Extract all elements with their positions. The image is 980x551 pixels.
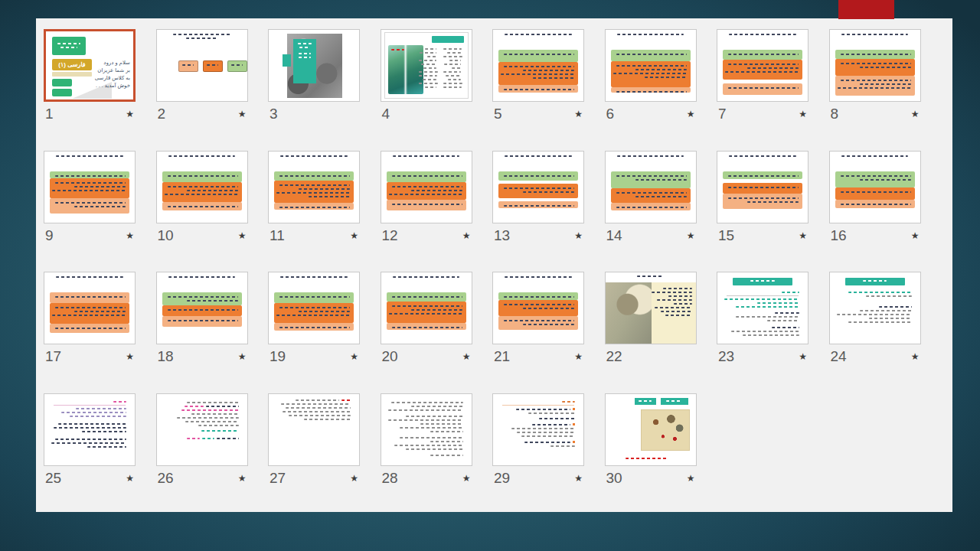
text-line: [177, 417, 239, 419]
animation-star-icon[interactable]: ★: [911, 351, 923, 362]
animation-star-icon[interactable]: ★: [462, 473, 474, 484]
slide-thumbnail-23[interactable]: [717, 272, 808, 344]
content-band-salmon: [498, 316, 578, 330]
slide-thumbnail-26[interactable]: [156, 393, 248, 466]
text-line: [617, 34, 684, 35]
animation-star-icon[interactable]: ★: [126, 473, 137, 484]
slide-thumbnail-24[interactable]: [829, 272, 921, 344]
text-line: [341, 399, 351, 401]
slide-thumbnail-13[interactable]: [492, 151, 584, 223]
slide-thumbnail-20[interactable]: [381, 272, 472, 344]
content-band-orange: [498, 300, 578, 316]
animation-star-icon[interactable]: ★: [574, 473, 586, 484]
teal-tab-right: [661, 398, 688, 405]
slide-thumbnail-10[interactable]: [156, 151, 248, 223]
text-line: [276, 315, 350, 316]
text-line: [279, 184, 350, 186]
slide-thumbnail-11[interactable]: [268, 151, 360, 223]
animation-star-icon[interactable]: ★: [350, 230, 361, 241]
text-line: [299, 53, 312, 54]
slide-thumbnail-8[interactable]: [829, 29, 921, 102]
text-line: [725, 71, 799, 73]
text-line: [283, 411, 351, 412]
text-line: [425, 48, 436, 50]
text-line: [299, 57, 312, 58]
animation-star-icon[interactable]: ★: [126, 230, 137, 241]
animation-star-icon[interactable]: ★: [911, 230, 923, 241]
slide-number: 30: [605, 470, 622, 487]
slide-thumbnail-19[interactable]: [268, 272, 360, 344]
animation-star-icon[interactable]: ★: [799, 230, 810, 241]
slide-thumbnail-12[interactable]: [381, 151, 472, 223]
text-line: [113, 401, 126, 403]
slide-thumbnail-7[interactable]: [717, 29, 808, 102]
slide-thumbnail-6[interactable]: [605, 29, 697, 102]
animation-star-icon[interactable]: ★: [462, 351, 474, 362]
animation-star-icon[interactable]: ★: [462, 230, 474, 241]
slide-thumbnail-4[interactable]: [381, 29, 472, 102]
slide-thumbnail-3[interactable]: [268, 29, 360, 102]
text-line: [635, 69, 687, 70]
slide-thumbnail-29[interactable]: [492, 393, 584, 466]
text-line: [201, 430, 239, 432]
animation-star-icon[interactable]: ★: [799, 351, 810, 362]
content-band-orange: [274, 181, 354, 203]
text-line: [616, 192, 687, 194]
animation-star-icon[interactable]: ★: [238, 351, 250, 362]
slide-number: 23: [717, 348, 734, 365]
text-line: [55, 202, 126, 204]
text-line: [299, 47, 309, 48]
slide-thumbnail-30[interactable]: [605, 393, 697, 466]
animation-star-icon[interactable]: ★: [574, 230, 586, 241]
animation-star-icon[interactable]: ★: [911, 109, 923, 119]
slide-thumbnail-9[interactable]: [44, 151, 136, 223]
slide-number: 18: [156, 348, 174, 365]
content-band-green: [274, 292, 354, 303]
animation-star-icon[interactable]: ★: [126, 109, 137, 119]
text-line: [504, 54, 574, 55]
text-line: [304, 419, 351, 420]
slide-thumbnail-2[interactable]: [156, 29, 248, 102]
slide-number: 24: [829, 348, 847, 365]
slide-thumbnail-1[interactable]: فارسی (۱) سلام و درود بر شما عزیزان به ک…: [44, 29, 136, 102]
text-line: [443, 71, 462, 73]
slide-number: 19: [268, 348, 286, 365]
slide-number: 10: [156, 227, 174, 244]
slide-thumbnail-17[interactable]: [44, 272, 136, 344]
text-line: [206, 406, 238, 407]
content-band-salmon: [50, 324, 129, 333]
animation-star-icon[interactable]: ★: [238, 109, 250, 119]
slide-thumbnail-28[interactable]: [381, 393, 472, 466]
animation-star-icon[interactable]: ★: [238, 230, 250, 241]
animation-star-icon[interactable]: ★: [687, 473, 698, 484]
animation-star-icon[interactable]: ★: [126, 351, 137, 362]
slide-thumbnail-14[interactable]: [605, 151, 697, 223]
slide-thumbnail-21[interactable]: [492, 272, 584, 344]
slide-thumbnail-16[interactable]: [829, 151, 921, 223]
text-line: [728, 54, 799, 55]
teal-header-bar: [845, 278, 905, 285]
animation-star-icon[interactable]: ★: [687, 230, 698, 241]
animation-star-icon[interactable]: ★: [574, 351, 586, 362]
animation-star-icon[interactable]: ★: [350, 473, 361, 484]
text-line: [539, 418, 575, 419]
text-line: [757, 302, 799, 304]
text-line: [87, 446, 126, 448]
animation-star-icon[interactable]: ★: [574, 109, 586, 119]
slide-thumbnail-25[interactable]: [44, 393, 136, 466]
animation-star-icon[interactable]: ★: [350, 351, 361, 362]
slide-thumbnail-22[interactable]: [605, 272, 697, 344]
animation-star-icon[interactable]: ★: [238, 473, 250, 484]
text-line: [286, 407, 351, 409]
slide-label-row: 24★: [829, 347, 923, 366]
slide-label-row: 30★: [605, 469, 698, 487]
animation-star-icon[interactable]: ★: [687, 109, 698, 119]
slide-thumbnail-5[interactable]: [492, 29, 584, 102]
slide-thumbnail-15[interactable]: [717, 151, 808, 223]
slide-thumbnail-27[interactable]: [268, 393, 360, 466]
text-line: [728, 175, 799, 177]
text-line: [616, 175, 687, 177]
animation-star-icon[interactable]: ★: [799, 109, 810, 119]
slide-thumbnail-18[interactable]: [156, 272, 248, 344]
text-line: [430, 441, 462, 442]
